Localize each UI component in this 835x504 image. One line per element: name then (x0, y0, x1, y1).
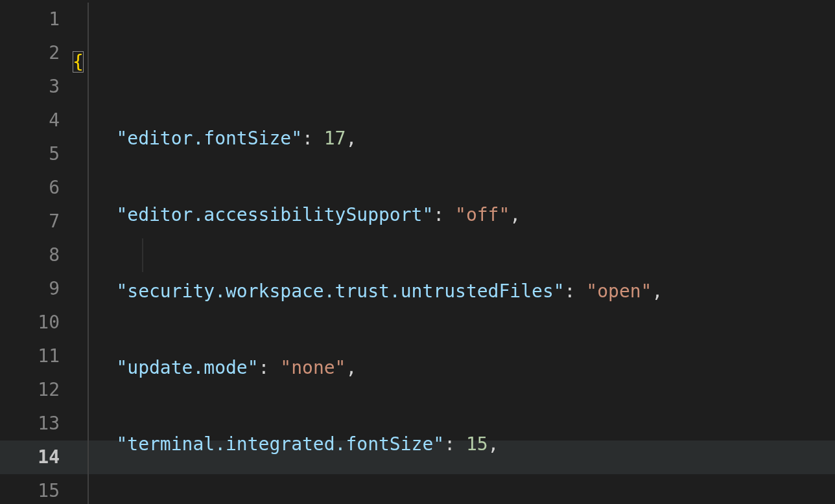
line-number-gutter: 1 2 3 4 5 6 7 8 9 10 11 12 13 14 15 (13, 0, 71, 504)
json-string: "off" (455, 204, 510, 225)
line-number: 8 (13, 238, 60, 272)
line-number: 2 (13, 36, 60, 70)
code-line[interactable]: "editor.accessibilitySupport": "off", (73, 198, 835, 232)
line-number: 15 (13, 474, 60, 504)
code-content[interactable]: { "editor.fontSize": 17, "editor.accessi… (71, 0, 835, 504)
json-string: "open" (586, 281, 652, 302)
line-number: 1 (13, 3, 60, 36)
json-number: 15 (466, 433, 488, 455)
code-editor[interactable]: 1 2 3 4 5 6 7 8 9 10 11 12 13 14 15 { "e… (0, 0, 835, 504)
json-string: "none" (280, 357, 346, 378)
code-line[interactable]: "terminal.integrated.fontSize": 15, (73, 428, 835, 461)
modified-gutter (0, 0, 13, 504)
line-number: 13 (13, 407, 60, 441)
json-key: "editor.accessibilitySupport" (116, 204, 433, 225)
line-number: 9 (13, 272, 60, 306)
json-key: "terminal.integrated.fontSize" (116, 433, 444, 455)
line-number: 5 (13, 137, 60, 171)
line-number: 11 (13, 339, 60, 373)
line-number: 3 (13, 70, 60, 104)
code-line[interactable]: "update.mode": "none", (73, 351, 835, 385)
line-number: 4 (13, 104, 60, 137)
json-key: "editor.fontSize" (116, 128, 302, 149)
json-key: "security.workspace.trust.untrustedFiles… (116, 281, 564, 302)
code-line[interactable]: "security.workspace.trust.untrustedFiles… (73, 275, 835, 308)
line-number: 7 (13, 205, 60, 238)
json-key: "update.mode" (116, 357, 258, 378)
brace-open: { (73, 51, 84, 73)
line-number: 12 (13, 373, 60, 407)
code-line[interactable]: "editor.fontSize": 17, (73, 122, 835, 155)
line-number-active: 14 (13, 441, 60, 474)
json-number: 17 (324, 128, 346, 149)
line-number: 10 (13, 306, 60, 339)
line-number: 6 (13, 171, 60, 205)
code-line[interactable]: { (73, 45, 835, 79)
